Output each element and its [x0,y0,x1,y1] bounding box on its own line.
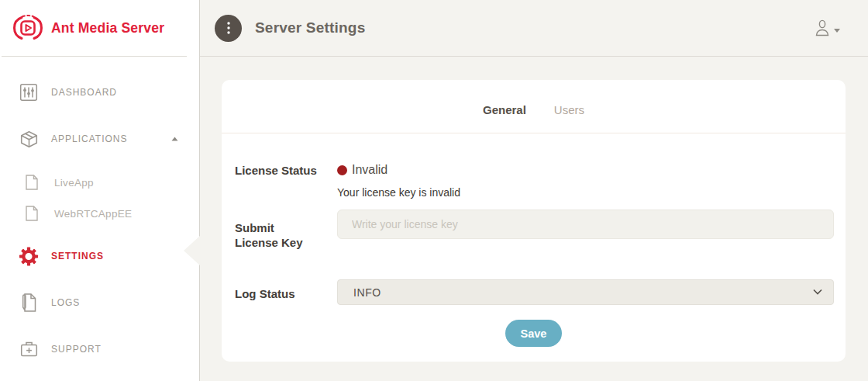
license-status-description: Your license key is invalid [337,186,834,199]
log-paper-pen-icon [19,293,39,313]
file-icon [22,206,42,221]
sidebar-item-logs[interactable]: LOGS [0,281,199,324]
sidebar-item-label: LOGS [51,297,80,308]
status-dot-invalid [337,165,347,175]
sidebar-item-support[interactable]: SUPPORT [0,327,199,371]
license-status-value: Invalid Your license key is invalid [337,163,834,199]
license-status-label: License Status [235,163,337,199]
license-status-row: License Status Invalid Your license key … [222,163,846,199]
settings-tabs: General Users [222,80,846,116]
log-status-label: Log Status [235,279,337,305]
kebab-menu-button[interactable] [215,15,242,42]
sidebar-item-dashboard[interactable]: DASHBOARD [0,71,199,114]
sidebar-item-webrtcappee[interactable]: WebRTCAppEE [0,198,199,229]
sidebar-item-label: LiveApp [54,177,94,189]
sidebar: Ant Media Server DASHBOARD [0,0,200,381]
dashboard-sliders-icon [19,83,39,102]
sidebar-item-liveapp[interactable]: LiveApp [0,167,199,198]
submit-license-label: Submit License Key [235,210,337,250]
main-area: Server Settings General Users License St… [200,0,868,381]
file-icon [22,175,42,190]
sidebar-item-label: APPLICATIONS [51,133,127,144]
sidebar-item-label: DASHBOARD [51,87,117,98]
brand-name: Ant Media Server [51,20,164,36]
ant-media-logo-icon [11,12,45,43]
gear-icon [19,244,39,268]
active-item-notch [184,236,200,265]
save-row: Save [222,320,846,347]
license-status-text: Invalid [352,163,388,177]
tabs-divider [222,133,846,133]
content-area: General Users License Status Invalid You… [200,57,868,381]
log-status-row: Log Status INFO [222,279,846,305]
sidebar-item-applications[interactable]: APPLICATIONS [0,117,199,161]
tab-users[interactable]: Users [554,103,584,116]
package-box-icon [19,130,39,149]
chevron-up-icon [171,137,178,141]
sidebar-item-label: SUPPORT [51,344,102,355]
sidebar-nav: DASHBOARD APPLICATIONS LiveApp [0,57,199,371]
chevron-down-icon [834,29,840,33]
first-aid-kit-icon [19,340,39,358]
submit-license-row: Submit License Key [222,210,846,250]
server-settings-card: General Users License Status Invalid You… [222,80,846,362]
tab-general[interactable]: General [483,103,526,116]
license-key-input[interactable] [337,210,834,239]
save-button[interactable]: Save [505,320,563,347]
brand-logo[interactable]: Ant Media Server [0,0,199,56]
user-icon [814,19,831,37]
sidebar-item-label: WebRTCAppEE [54,208,132,220]
sidebar-item-label: SETTINGS [51,251,104,262]
topbar: Server Settings [200,0,868,57]
log-status-select[interactable]: INFO [337,279,834,305]
sidebar-item-settings[interactable]: SETTINGS [0,234,199,278]
page-title: Server Settings [255,19,365,36]
kebab-dots-icon [227,22,230,34]
user-menu-button[interactable] [814,19,840,37]
